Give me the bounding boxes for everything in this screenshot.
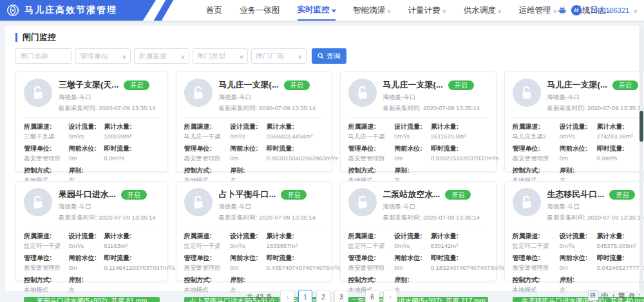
field-label: 闸前水位: xyxy=(230,144,266,153)
card-header: 生态移民斗口... 开启 海德曼-斗口 最新采集时间: 2020-07-09 1… xyxy=(513,188,644,222)
nav-item-6[interactable]: 供水调度∨ xyxy=(464,0,502,21)
page-button-1[interactable]: 1 xyxy=(298,290,312,302)
mgmt-unit-select[interactable]: 管理单位 ∨ xyxy=(75,48,131,64)
card-fields: 所属渠道:盐定环一干渠 设计流量:0m³/s 累计水量:61163m³ 管理单位… xyxy=(24,227,160,294)
field-label: 闸前水位: xyxy=(560,254,597,263)
unlock-icon xyxy=(24,79,52,107)
field-empty xyxy=(431,276,488,294)
field-label: 即时流量: xyxy=(431,254,488,263)
select-placeholder: 所属渠道 xyxy=(138,52,167,61)
card-header-text: 马儿庄一支渠(... 开启 海德曼-斗口 最新采集时间: 2020-07-09 … xyxy=(547,79,644,113)
field-value: 0.0m³/s xyxy=(104,155,159,162)
card-header: 占卜平衡斗口... 开启 海德曼-斗口 最新采集时间: 2020-07-09 1… xyxy=(184,188,324,222)
field-value: 0m³/s xyxy=(560,242,597,249)
gate-opening-button[interactable]: 果园斗口进水闸(5+902): 开度 81 mm xyxy=(24,297,160,302)
gate-card: 马儿庄一支渠(... 开启 海德曼-斗口 最新采集时间: 2020-07-09 … xyxy=(340,71,497,172)
field-label: 所属渠道: xyxy=(348,232,395,241)
status-badge: 开启 xyxy=(609,190,635,200)
card-header-text: 果园斗口进水... 开启 海德曼-斗口 最新采集时间: 2020-07-09 1… xyxy=(59,188,156,222)
nav-item-1[interactable]: 首页 xyxy=(206,0,222,21)
nav-item-7[interactable]: 运维管理∨ xyxy=(519,0,557,21)
field-value: 830142m³ xyxy=(431,242,488,249)
user-avatar[interactable]: H xyxy=(571,5,582,15)
field-mgmt-unit: 管理单位:惠安堡管理所 xyxy=(24,254,68,272)
field-label: 即时流量: xyxy=(104,144,159,153)
field-label: 岸别: xyxy=(394,166,430,175)
field-value: 本地模式 xyxy=(184,286,231,294)
latest-time-label: 最新采集时间: xyxy=(219,104,259,111)
field-label: 即时流量: xyxy=(431,144,488,153)
field-gate-level: 闸前水位:0m xyxy=(394,254,430,272)
field-value: 惠安堡管理所 xyxy=(184,264,231,272)
field-label: 岸别: xyxy=(68,166,104,175)
page-button-6[interactable]: 6 xyxy=(365,290,379,302)
gate-title: 果园斗口进水... xyxy=(59,189,116,200)
field-label: 闸前水位: xyxy=(68,144,104,153)
nav-item-label: 智能滴灌 xyxy=(353,5,385,16)
field-label: 管理单位: xyxy=(184,144,231,153)
chevron-down-icon: ∨ xyxy=(298,54,303,60)
field-label: 累计水量: xyxy=(104,232,159,241)
ime-simplified-icon[interactable]: 简 xyxy=(618,291,625,301)
ime-more-icon[interactable]: : xyxy=(638,292,640,299)
search-label: 查询 xyxy=(327,52,341,61)
ime-settings-gear-icon[interactable]: ⚙ xyxy=(629,292,635,300)
field-label: 所属渠道: xyxy=(184,232,231,241)
ime-tone-icon[interactable]: ♪ xyxy=(612,292,616,299)
field-instant-flow: 即时流量:0.43574074074074076m³/s xyxy=(267,254,324,272)
field-label: 闸前水位: xyxy=(230,254,266,263)
field-value: 0.18324074074074073m³/s xyxy=(431,264,488,271)
field-value: 盐定环一干渠 xyxy=(184,242,231,250)
latest-time-label: 最新采集时间: xyxy=(383,104,423,111)
field-label: 设计流量: xyxy=(230,232,266,241)
search-button[interactable]: 查询 xyxy=(312,48,346,64)
unlock-icon xyxy=(184,188,213,216)
field-value: 盐定环二干渠 xyxy=(348,242,395,250)
logo-accent-stripe xyxy=(154,0,173,21)
gate-subtitle: 海德曼-斗口 xyxy=(383,93,480,102)
gate-vendor-select[interactable]: 闸门厂商 ∨ xyxy=(251,48,307,64)
field-label: 管理单位: xyxy=(184,254,231,263)
gate-card: 马儿庄一支渠(... 开启 海德曼-斗口 最新采集时间: 2020-07-09 … xyxy=(504,71,644,172)
scrollbar-thumb[interactable] xyxy=(639,111,643,142)
page-ellipsis[interactable]: ··· xyxy=(352,293,361,301)
field-label: 所属渠道: xyxy=(348,122,395,131)
gate-name-input[interactable] xyxy=(15,48,72,64)
nav-item-2[interactable]: 业务一张图 xyxy=(240,0,280,21)
nav-item-label: 供水调度 xyxy=(464,5,496,16)
scrollbar-track[interactable] xyxy=(639,26,643,291)
next-page-button[interactable]: › xyxy=(383,290,397,302)
page-button-2[interactable]: 2 xyxy=(316,290,330,302)
nav-item-label: 计量计费 xyxy=(408,5,440,16)
status-badge: 开启 xyxy=(612,80,638,90)
field-label: 闸前水位: xyxy=(560,144,597,153)
latest-time-label: 最新采集时间: xyxy=(59,104,99,111)
ime-mode-icon[interactable]: 拼 xyxy=(588,290,598,301)
card-header-text: 生态移民斗口... 开启 海德曼-斗口 最新采集时间: 2020-07-09 1… xyxy=(547,188,644,222)
nav-item-3[interactable]: 实时监控∨ xyxy=(298,0,336,21)
gate-card: 果园斗口进水... 开启 海德曼-斗口 最新采集时间: 2020-07-09 1… xyxy=(15,181,168,281)
field-channel: 所属渠道:盐定环二干渠 xyxy=(348,232,395,250)
prev-page-button[interactable]: ‹ xyxy=(280,290,294,302)
page-button-3[interactable]: 3 xyxy=(334,290,348,302)
status-badge: 开启 xyxy=(284,80,310,90)
ime-lang-icon[interactable]: 中 xyxy=(601,291,609,301)
android-icon[interactable] xyxy=(558,6,567,15)
gate-subtitle: 海德曼-斗口 xyxy=(547,203,644,211)
field-value: 惠安堡管理所 xyxy=(24,155,68,163)
nav-item-4[interactable]: 智能滴灌∨ xyxy=(353,0,391,21)
field-empty xyxy=(104,276,159,294)
gate-type-select[interactable]: 闸门类型 ∨ xyxy=(193,48,248,64)
user-phone[interactable]: 17600106321 xyxy=(586,6,629,14)
latest-time-row: 最新采集时间: 2020-07-09 13:35:14 xyxy=(547,214,644,222)
gate-title: 马儿庄一支渠(... xyxy=(547,79,607,91)
field-value: 0m xyxy=(394,264,430,271)
chevron-down-icon: ∨ xyxy=(330,8,336,14)
channel-select[interactable]: 所属渠道 ∨ xyxy=(134,48,189,64)
field-label: 岸别: xyxy=(560,276,597,285)
chevron-down-icon: ∨ xyxy=(442,8,447,14)
gate-subtitle: 海德曼-斗口 xyxy=(383,203,480,211)
field-channel: 所属渠道:盐定环一干渠 xyxy=(24,232,68,250)
chevron-down-icon[interactable]: ∨ xyxy=(633,8,638,14)
nav-item-5[interactable]: 计量计费∨ xyxy=(408,0,446,21)
